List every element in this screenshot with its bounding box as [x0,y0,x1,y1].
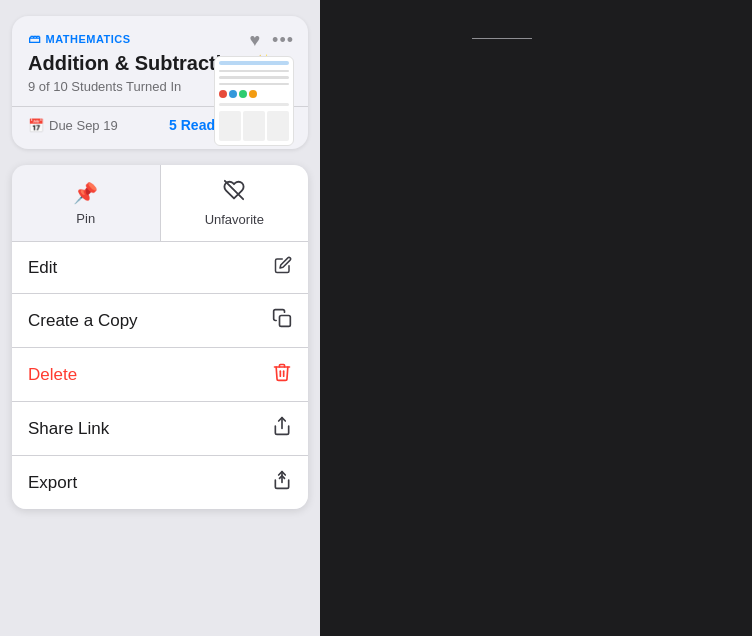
dot-2 [229,90,237,98]
thumb-table [219,111,289,141]
more-options-icon[interactable]: ••• [272,30,294,51]
delete-icon [272,362,292,387]
edit-icon [274,256,292,279]
subject-icon: 🗃 [28,32,41,46]
favorite-icon[interactable]: ♥ [249,30,260,51]
due-date-text: Due Sep 19 [49,118,118,133]
unfavorite-label: Unfavorite [205,212,264,227]
export-label: Export [28,473,77,493]
thumb-header [219,61,289,65]
svg-rect-1 [280,316,291,327]
pin-label: Pin [76,211,95,226]
thumb-col-3 [267,111,289,141]
due-date: 📅 Due Sep 19 [28,118,118,133]
card-actions: ♥ ••• [249,30,294,51]
pin-icon: 📌 [73,181,98,205]
create-copy-label: Create a Copy [28,311,138,331]
dot-3 [239,90,247,98]
share-icon [272,416,292,441]
right-panel [320,0,752,636]
edit-menu-item[interactable]: Edit [12,242,308,294]
calendar-icon: 📅 [28,118,44,133]
share-link-label: Share Link [28,419,109,439]
thumb-line-1 [219,70,289,72]
thumb-col-1 [219,111,241,141]
thumb-subtitle-area [219,103,289,106]
unfavorite-icon [223,179,245,206]
unfavorite-button[interactable]: Unfavorite [161,165,309,241]
export-menu-item[interactable]: Export [12,456,308,509]
assignment-card: 🗃 MATHEMATICS Addition & Subtraction ✨ 9… [12,16,308,149]
pin-button[interactable]: 📌 Pin [12,165,161,241]
subject-text: MATHEMATICS [46,33,131,45]
thumb-dots [219,90,289,98]
thumb-col-2 [243,111,265,141]
edit-label: Edit [28,258,57,278]
more-dots-line [472,38,532,39]
menu-top-row: 📌 Pin Unfavorite [12,165,308,242]
create-copy-menu-item[interactable]: Create a Copy [12,294,308,348]
dot-4 [249,90,257,98]
thumb-line-3 [219,83,289,85]
thumb-line-2 [219,76,289,78]
assignment-thumbnail [214,56,294,146]
delete-label: Delete [28,365,77,385]
copy-icon [272,308,292,333]
left-panel: 🗃 MATHEMATICS Addition & Subtraction ✨ 9… [0,0,320,636]
export-icon [272,470,292,495]
share-link-menu-item[interactable]: Share Link [12,402,308,456]
context-menu: 📌 Pin Unfavorite Edit [12,165,308,509]
dot-1 [219,90,227,98]
delete-menu-item[interactable]: Delete [12,348,308,402]
